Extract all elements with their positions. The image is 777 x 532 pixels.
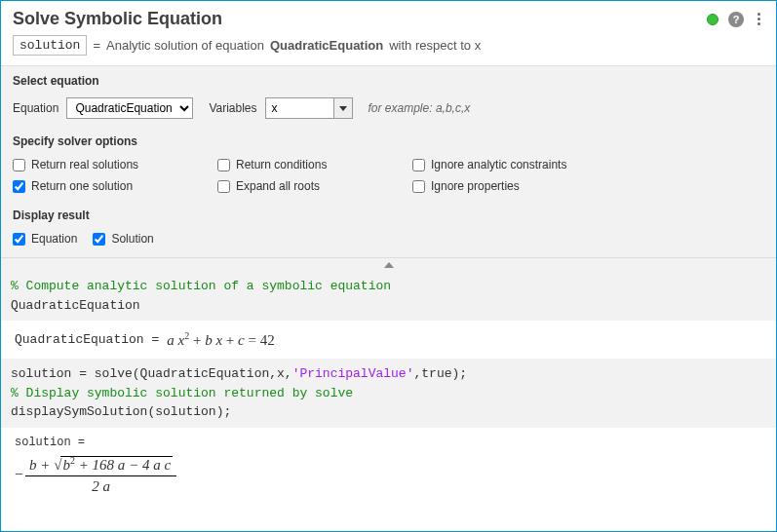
subtitle-eqname: QuadraticEquation <box>270 38 383 53</box>
opt-expand-roots[interactable]: Expand all roots <box>217 179 412 193</box>
collapse-toggle[interactable] <box>1 257 776 271</box>
solution-output: solution = − b + b2 + 168 a − 4 a c 2 a <box>1 428 776 505</box>
disp-solution[interactable]: Solution <box>93 232 153 246</box>
equation-output: QuadraticEquation = a x2 + b x + c = 42 <box>1 321 776 359</box>
section-title: Specify solver options <box>13 134 764 148</box>
opt-ignore-analytic[interactable]: Ignore analytic constraints <box>412 158 627 171</box>
variables-combo <box>265 97 353 119</box>
subtitle-prefix: Analytic solution of equation <box>106 38 264 53</box>
subtitle-suffix: with respect to x <box>389 38 481 53</box>
checkbox[interactable] <box>13 159 25 171</box>
section-title: Select equation <box>13 74 764 88</box>
disp-equation[interactable]: Equation <box>13 232 77 246</box>
checkbox[interactable] <box>217 180 230 193</box>
chevron-up-icon <box>384 262 394 268</box>
solution-head: solution = <box>15 436 762 449</box>
opt-return-real[interactable]: Return real solutions <box>13 158 217 171</box>
checkbox[interactable] <box>217 159 230 171</box>
equals-sign: = <box>93 38 100 53</box>
section-select-equation: Select equation Equation QuadraticEquati… <box>1 65 776 131</box>
checkbox[interactable] <box>412 159 425 171</box>
checkbox[interactable] <box>412 180 425 193</box>
solver-options-grid: Return real solutions Return conditions … <box>13 158 764 193</box>
variables-dropdown-button[interactable] <box>333 97 353 119</box>
code-block-input-2: solution = solve(QuadraticEquation,x,'Pr… <box>1 359 776 428</box>
eq-lhs: QuadraticEquation = <box>15 332 159 347</box>
variables-input[interactable] <box>265 97 333 119</box>
minus-sign: − <box>15 466 23 483</box>
task-header: Solve Symbolic Equation ? <box>1 1 776 33</box>
variables-label: Variables <box>209 101 256 115</box>
help-icon[interactable]: ? <box>728 12 744 27</box>
section-title: Display result <box>13 209 764 222</box>
section-solver-options: Specify solver options Return real solut… <box>1 131 776 205</box>
eq-math: a x2 + b x + c = 42 <box>167 330 274 349</box>
task-subtitle: solution = Analytic solution of equation… <box>1 33 776 65</box>
checkbox[interactable] <box>13 233 25 246</box>
header-actions: ? <box>707 11 764 27</box>
more-menu-icon[interactable] <box>754 11 764 27</box>
opt-ignore-properties[interactable]: Ignore properties <box>412 179 627 193</box>
opt-return-conditions[interactable]: Return conditions <box>217 158 412 171</box>
output-var-name: solution <box>13 35 87 56</box>
opt-return-one[interactable]: Return one solution <box>13 179 217 193</box>
section-display-result: Display result Equation Solution <box>1 205 776 257</box>
checkbox[interactable] <box>13 180 25 193</box>
equation-label: Equation <box>13 101 58 115</box>
variables-hint: for example: a,b,c,x <box>369 101 471 115</box>
status-indicator-icon <box>707 14 719 25</box>
task-title: Solve Symbolic Equation <box>13 9 707 29</box>
chevron-down-icon <box>339 106 347 111</box>
checkbox[interactable] <box>93 233 105 246</box>
code-block-input-1: % Compute analytic solution of a symboli… <box>1 271 776 321</box>
equation-select[interactable]: QuadraticEquation <box>66 97 193 119</box>
